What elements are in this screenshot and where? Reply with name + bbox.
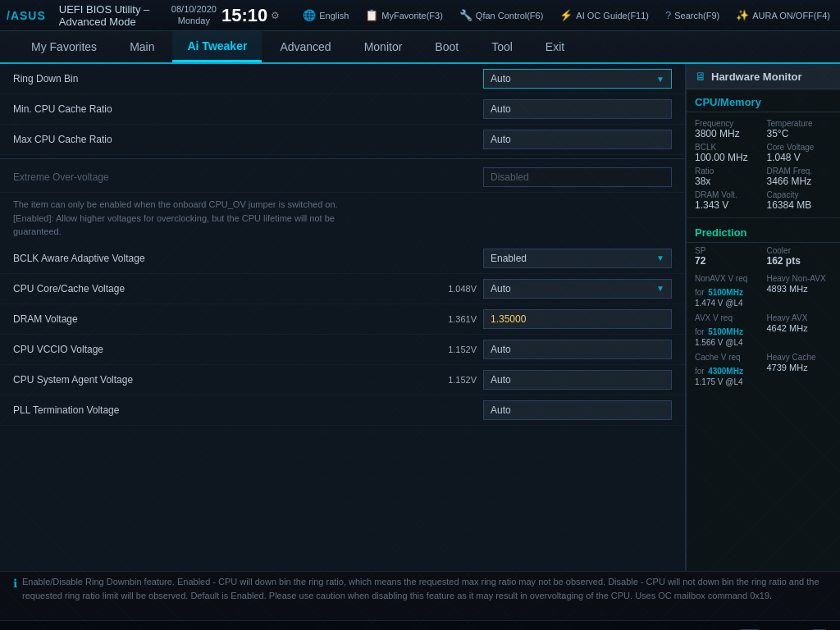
extreme-overvoltage-label: Extreme Over-voltage — [13, 171, 483, 183]
nav-monitor[interactable]: Monitor — [349, 31, 418, 62]
top-bar-buttons: 🌐 English 📋 MyFavorite(F3) 🔧 Qfan Contro… — [299, 7, 833, 23]
avx-right-value: 4642 MHz — [767, 323, 833, 333]
monitor-icon: 🖥 — [695, 70, 706, 83]
nav-my-favorites[interactable]: My Favorites — [16, 31, 112, 62]
prediction-sp-grid: SP 72 Cooler 162 pts — [687, 243, 840, 270]
cpu-memory-grid: Frequency 3800 MHz Temperature 35°C BCLK… — [687, 116, 840, 214]
nav-boot[interactable]: Boot — [420, 31, 473, 62]
cache-row: Cache V req for 4300MHz 1.175 V @L4 Heav… — [695, 352, 832, 386]
dram-freq-item: DRAM Freq. 3466 MHz — [767, 167, 833, 187]
language-button[interactable]: 🌐 English — [299, 7, 352, 23]
avx-row: AVX V req for 5100MHz 1.566 V @L4 Heavy … — [695, 313, 832, 347]
dram-freq-value: 3466 MHz — [767, 176, 833, 187]
frequency-value: 3800 MHz — [695, 128, 760, 139]
hw-monitor-title: Hardware Monitor — [711, 71, 802, 83]
non-avx-row: NonAVX V req for 5100MHz 1.474 V @L4 Hea… — [695, 273, 832, 308]
monitor-divider — [687, 217, 840, 218]
date-display: 08/10/2020 Monday — [171, 4, 217, 25]
asus-logo: /ASUS — [7, 9, 46, 22]
cpu-core-cache-voltage-control: Auto ▼ — [483, 279, 672, 299]
pll-termination-voltage-label: PLL Termination Voltage — [13, 404, 483, 416]
aura-icon: ✨ — [736, 9, 749, 21]
fan-icon: 🔧 — [459, 9, 472, 21]
core-voltage-item: Core Voltage 1.048 V — [767, 143, 833, 163]
search-button[interactable]: ? Search(F9) — [662, 7, 723, 23]
aioc-button[interactable]: ⚡ AI OC Guide(F11) — [556, 7, 652, 23]
extreme-overvoltage-note: The item can only be enabled when the on… — [0, 193, 685, 244]
cache-volt: 1.175 V @L4 — [695, 377, 760, 386]
non-avx-right-value: 4893 MHz — [767, 284, 833, 294]
avx-desc: AVX V req — [695, 313, 760, 323]
nav-exit[interactable]: Exit — [531, 31, 579, 62]
dram-voltage-input[interactable]: 1.35000 — [483, 309, 672, 329]
bclk-label: BCLK — [695, 143, 760, 152]
max-cpu-cache-control: Auto — [483, 130, 672, 149]
nav-advanced[interactable]: Advanced — [265, 31, 345, 62]
core-voltage-label: Core Voltage — [767, 143, 833, 152]
bclk-aware-control: Enabled ▼ — [483, 249, 672, 268]
cpu-sys-agent-voltage-row: CPU System Agent Voltage 1.152V Auto — [0, 365, 685, 395]
dropdown-arrow-2-icon: ▼ — [656, 253, 664, 262]
cpu-core-cache-voltage-row: CPU Core/Cache Voltage 1.048V Auto ▼ — [0, 274, 685, 304]
ring-down-bin-label: Ring Down Bin — [13, 73, 483, 84]
cpu-vccio-voltage-input[interactable]: Auto — [483, 340, 672, 359]
frequency-label: Frequency — [695, 119, 760, 128]
globe-icon: 🌐 — [303, 9, 316, 21]
qfan-button[interactable]: 🔧 Qfan Control(F6) — [456, 7, 547, 23]
avx-volt: 1.566 V @L4 — [695, 338, 760, 347]
frequency-item: Frequency 3800 MHz — [695, 119, 760, 139]
cooler-value: 162 pts — [767, 255, 833, 267]
bclk-item: BCLK 100.00 MHz — [695, 143, 760, 163]
dram-voltage-row: DRAM Voltage 1.361V 1.35000 — [0, 304, 685, 335]
pll-termination-voltage-input[interactable]: Auto — [483, 400, 672, 420]
min-cpu-cache-input[interactable]: Auto — [483, 99, 672, 119]
nav-main[interactable]: Main — [115, 31, 169, 62]
ring-down-bin-dropdown[interactable]: Auto ▼ — [483, 69, 672, 89]
settings-icon[interactable]: ⚙ — [271, 10, 280, 21]
bios-title: UEFI BIOS Utility – Advanced Mode — [59, 3, 158, 28]
cpu-core-cache-voltage-value: 1.048V — [436, 284, 477, 294]
settings-panel: Ring Down Bin Auto ▼ Min. CPU Cache Rati… — [0, 64, 686, 571]
nav-bar: My Favorites Main Ai Tweaker Advanced Mo… — [0, 31, 840, 64]
sp-item: SP 72 — [695, 246, 760, 267]
myfavorite-button[interactable]: 📋 MyFavorite(F3) — [362, 7, 446, 23]
cache-desc: Cache V req — [695, 352, 760, 363]
clock-display: 15:10 — [221, 5, 267, 26]
max-cpu-cache-ratio-label: Max CPU Cache Ratio — [13, 134, 483, 145]
cpu-vccio-voltage-value: 1.152V — [436, 345, 477, 354]
non-avx-right-label: Heavy Non-AVX — [767, 273, 833, 284]
ratio-item: Ratio 38x — [695, 167, 760, 187]
cpu-memory-header: CPU/Memory — [687, 89, 840, 112]
prediction-rows: NonAVX V req for 5100MHz 1.474 V @L4 Hea… — [687, 270, 840, 395]
extreme-overvoltage-row: Extreme Over-voltage Disabled — [0, 162, 685, 193]
info-icon: ℹ — [13, 577, 17, 617]
bottom-bar: Version 2.20.1276. Copyright (C) 2020 Am… — [0, 620, 840, 630]
nav-tool[interactable]: Tool — [477, 31, 527, 62]
max-cpu-cache-ratio-row: Max CPU Cache Ratio Auto — [0, 125, 685, 155]
nav-ai-tweaker[interactable]: Ai Tweaker — [172, 31, 262, 62]
capacity-item: Capacity 16384 MB — [767, 190, 833, 211]
cpu-core-cache-voltage-dropdown[interactable]: Auto ▼ — [483, 279, 672, 299]
max-cpu-cache-input[interactable]: Auto — [483, 130, 672, 149]
separator-1 — [0, 158, 685, 159]
favorite-icon: 📋 — [365, 9, 378, 21]
ring-down-bin-row: Ring Down Bin Auto ▼ — [0, 64, 685, 94]
dropdown-arrow-icon: ▼ — [656, 75, 664, 84]
cpu-sys-agent-voltage-control: Auto — [483, 370, 672, 390]
dram-voltage-value: 1.361V — [436, 314, 477, 324]
dram-volt-item: DRAM Volt. 1.343 V — [695, 190, 760, 211]
sp-label: SP — [695, 246, 760, 255]
cpu-vccio-voltage-row: CPU VCCIO Voltage 1.152V Auto — [0, 335, 685, 365]
datetime-block: 08/10/2020 Monday 15:10 ⚙ — [171, 4, 280, 25]
cache-right-value: 4739 MHz — [767, 363, 833, 372]
cpu-sys-agent-voltage-input[interactable]: Auto — [483, 370, 672, 390]
min-cpu-cache-ratio-row: Min. CPU Cache Ratio Auto — [0, 94, 685, 125]
bclk-aware-dropdown[interactable]: Enabled ▼ — [483, 249, 672, 268]
dram-freq-label: DRAM Freq. — [767, 167, 833, 176]
settings-table: Ring Down Bin Auto ▼ Min. CPU Cache Rati… — [0, 64, 685, 426]
capacity-label: Capacity — [767, 190, 833, 199]
cpu-sys-agent-voltage-value: 1.152V — [436, 375, 477, 385]
cpu-vccio-voltage-label: CPU VCCIO Voltage — [13, 344, 436, 355]
temperature-label: Temperature — [767, 119, 833, 128]
aura-button[interactable]: ✨ AURA ON/OFF(F4) — [733, 7, 833, 23]
